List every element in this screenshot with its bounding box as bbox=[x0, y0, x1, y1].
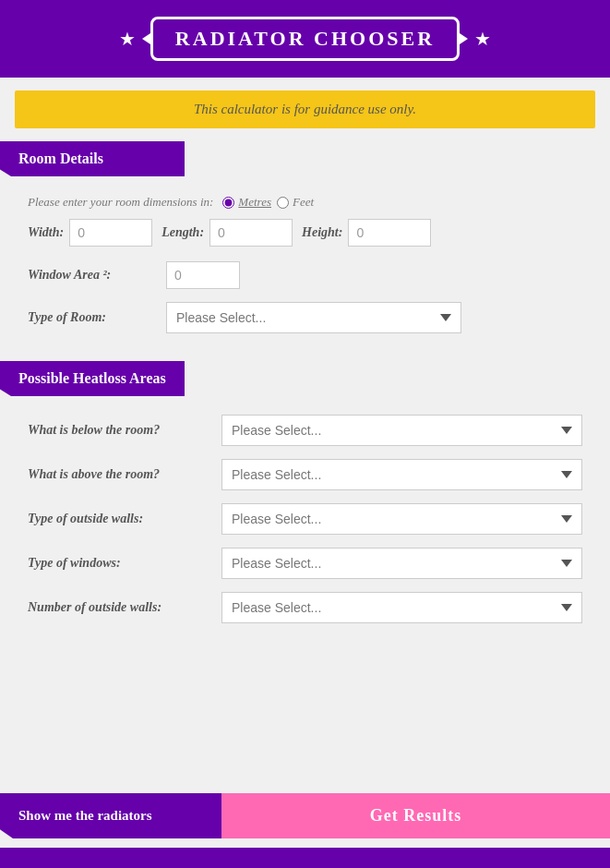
app-header: ★ RADIATOR CHOOSER ★ bbox=[0, 0, 610, 78]
heatloss-form: What is below the room? Please Select...… bbox=[0, 405, 610, 651]
outside-walls-num-row: Number of outside walls: Please Select..… bbox=[28, 592, 582, 623]
heatloss-header-wrap: Possible Heatloss Areas bbox=[0, 361, 610, 396]
length-input[interactable] bbox=[209, 219, 293, 247]
length-label: Length: bbox=[161, 225, 204, 240]
windows-type-select[interactable]: Please Select... Option 1 Option 2 bbox=[221, 548, 582, 579]
outside-walls-type-row: Type of outside walls: Please Select... … bbox=[28, 503, 582, 535]
width-group: Width: bbox=[28, 219, 152, 247]
outside-walls-type-label: Type of outside walls: bbox=[28, 512, 212, 526]
width-input[interactable] bbox=[69, 219, 152, 247]
window-area-input[interactable] bbox=[166, 261, 240, 289]
below-label: What is below the room? bbox=[28, 423, 212, 438]
room-type-select[interactable]: Please Select... Bedroom Living Room Kit… bbox=[166, 302, 461, 333]
above-select[interactable]: Please Select... Option 1 Option 2 bbox=[221, 459, 582, 490]
footer-bar: Show me the radiators Get Results bbox=[0, 793, 610, 838]
heatloss-section-header: Possible Heatloss Areas bbox=[0, 361, 185, 396]
dimensions-intro-row: Please enter your room dimensions in: Me… bbox=[28, 195, 582, 210]
star-right-icon: ★ bbox=[474, 28, 491, 50]
dimensions-row: Width: Length: Height: bbox=[28, 219, 582, 247]
title-badge: RADIATOR CHOOSER bbox=[150, 17, 460, 61]
height-group: Height: bbox=[302, 219, 431, 247]
room-type-label: Type of Room: bbox=[28, 310, 157, 325]
feet-radio[interactable] bbox=[277, 197, 289, 209]
height-label: Height: bbox=[302, 225, 342, 240]
width-label: Width: bbox=[28, 225, 64, 240]
app-title: RADIATOR CHOOSER bbox=[175, 27, 435, 50]
room-details-form: Please enter your room dimensions in: Me… bbox=[0, 186, 610, 361]
length-group: Length: bbox=[161, 219, 293, 247]
metres-label[interactable]: Metres bbox=[222, 195, 271, 210]
unit-radio-group[interactable]: Metres Feet bbox=[222, 195, 314, 210]
outside-walls-type-select[interactable]: Please Select... Option 1 Option 2 bbox=[221, 503, 582, 535]
guidance-banner: This calculator is for guidance use only… bbox=[15, 90, 595, 128]
windows-type-row: Type of windows: Please Select... Option… bbox=[28, 548, 582, 579]
outside-walls-num-label: Number of outside walls: bbox=[28, 600, 212, 615]
windows-type-label: Type of windows: bbox=[28, 556, 212, 571]
above-label: What is above the room? bbox=[28, 467, 212, 482]
below-select[interactable]: Please Select... Option 1 Option 2 bbox=[221, 415, 582, 446]
show-radiators-label: Show me the radiators bbox=[0, 793, 221, 838]
height-input[interactable] bbox=[348, 219, 431, 247]
room-type-row: Type of Room: Please Select... Bedroom L… bbox=[28, 302, 582, 333]
star-left-icon: ★ bbox=[119, 28, 136, 50]
bottom-bar bbox=[0, 848, 610, 868]
room-details-section-header: Room Details bbox=[0, 141, 185, 176]
outside-walls-num-select[interactable]: Please Select... 1 2 3 4 bbox=[221, 592, 582, 623]
window-area-label: Window Area ²: bbox=[28, 268, 157, 283]
window-area-row: Window Area ²: bbox=[28, 261, 582, 289]
get-results-button[interactable]: Get Results bbox=[221, 793, 610, 838]
above-row: What is above the room? Please Select...… bbox=[28, 459, 582, 490]
metres-radio[interactable] bbox=[222, 197, 234, 209]
room-details-header-wrap: Room Details bbox=[0, 141, 610, 176]
below-row: What is below the room? Please Select...… bbox=[28, 415, 582, 446]
feet-label[interactable]: Feet bbox=[277, 195, 314, 210]
